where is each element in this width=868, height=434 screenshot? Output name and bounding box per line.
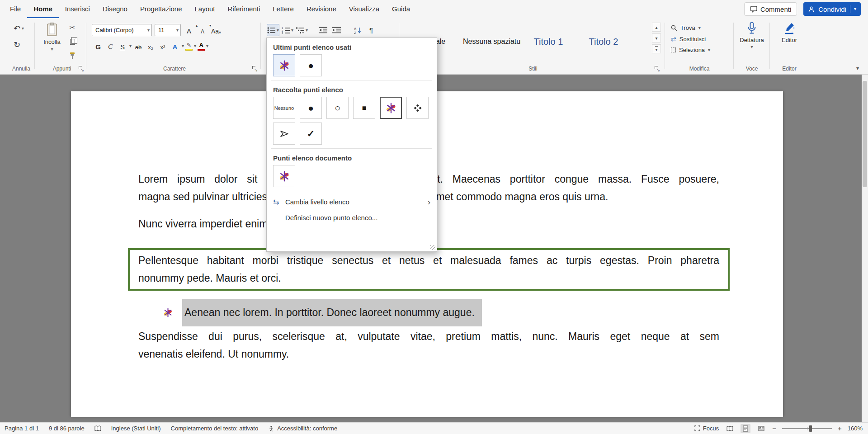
bullet-arrowhead[interactable]	[273, 123, 295, 145]
scrollbar-thumb[interactable]	[863, 81, 867, 187]
chevron-down-icon[interactable]: ▾	[51, 47, 53, 52]
bullets-button[interactable]: ▾	[267, 24, 279, 36]
tab-inserisci[interactable]: Inserisci	[59, 0, 96, 18]
accessibility-status[interactable]: Accessibilità: conforme	[268, 425, 337, 432]
italic-button[interactable]: C	[105, 40, 116, 52]
tab-disegno[interactable]: Disegno	[96, 0, 134, 18]
recent-bullet-custom[interactable]	[273, 54, 295, 76]
decrease-indent-button[interactable]	[317, 24, 329, 36]
bullet-custom-selected[interactable]	[380, 97, 402, 119]
zoom-level-button[interactable]: 160%	[848, 425, 863, 432]
gallery-more-icon: ▾	[655, 46, 657, 52]
superscript-button[interactable]: x²	[157, 40, 168, 52]
style-nessuna-spaziatura[interactable]: Nessuna spaziatura	[458, 23, 521, 60]
square-icon: ■	[362, 104, 367, 112]
tab-layout[interactable]: Layout	[189, 0, 222, 18]
increase-indent-button[interactable]	[331, 24, 343, 36]
paste-button[interactable]: Incolla ▾	[41, 22, 63, 62]
font-size-combobox[interactable]: 11 ▾	[155, 24, 181, 36]
clipboard-dialog-launcher[interactable]	[78, 66, 84, 71]
style-titolo-2[interactable]: Titolo 2	[576, 23, 631, 60]
tab-progettazione[interactable]: Progettazione	[134, 0, 189, 18]
bullet-checkmark[interactable]: ✓	[300, 123, 322, 145]
change-list-level-item[interactable]: ⇆ Cambia livello elenco ›	[267, 194, 437, 210]
redo-button[interactable]: ↻	[14, 40, 20, 50]
page-number-status[interactable]: Pagina 1 di 1	[5, 425, 39, 432]
gallery-up-button[interactable]: ▴	[652, 23, 661, 32]
tab-file[interactable]: File	[4, 0, 27, 18]
chevron-down-icon[interactable]: ▾	[182, 44, 184, 48]
subscript-button[interactable]: x₂	[145, 40, 156, 52]
font-color-button[interactable]: A	[198, 40, 205, 52]
comments-button[interactable]: Commenti	[744, 2, 797, 16]
copy-button[interactable]	[68, 38, 77, 46]
show-formatting-button[interactable]: ¶	[365, 24, 377, 36]
chevron-down-icon: ▾	[147, 28, 150, 33]
chevron-down-icon[interactable]: ▾	[22, 26, 24, 31]
paragraph-suspendisse[interactable]: Suspendisse dui purus, scelerisque at, v…	[138, 328, 719, 363]
bold-button[interactable]: G	[93, 40, 104, 52]
language-status[interactable]: Inglese (Stati Uniti)	[111, 425, 161, 432]
underline-button[interactable]: S	[117, 40, 128, 52]
chevron-down-icon[interactable]: ▾	[194, 44, 196, 48]
zoom-slider-thumb[interactable]	[809, 425, 812, 432]
chevron-down-icon[interactable]: ▾	[129, 44, 132, 48]
editor-button[interactable]: Editor	[770, 22, 808, 43]
share-button[interactable]: Condividi ▾	[803, 2, 861, 16]
tab-riferimenti[interactable]: Riferimenti	[222, 0, 267, 18]
tab-home[interactable]: Home	[27, 0, 59, 18]
bullet-solid-dot[interactable]: ●	[300, 97, 322, 119]
text-effects-button[interactable]: A	[170, 40, 180, 52]
paragraph-bulleted-selected[interactable]: Aenean nec lorem. In porttitor. Donec la…	[138, 299, 719, 326]
undo-button[interactable]: ↶ ▾	[14, 24, 24, 33]
selected-text[interactable]: Aenean nec lorem. In porttitor. Donec la…	[182, 299, 482, 326]
resize-grip[interactable]	[430, 245, 435, 250]
read-mode-button[interactable]	[725, 424, 735, 433]
bullet-four-diamonds[interactable]	[406, 97, 429, 119]
collapse-ribbon-button[interactable]: ▾	[856, 65, 859, 71]
gallery-more-button[interactable]: ▾	[652, 44, 661, 53]
find-button[interactable]: Trova ▾	[671, 24, 710, 31]
replace-button[interactable]: ⇄ Sostituisci	[671, 35, 710, 42]
web-layout-button[interactable]	[756, 424, 766, 433]
tab-lettere[interactable]: Lettere	[266, 0, 300, 18]
proofing-status[interactable]	[94, 425, 101, 431]
grow-font-button[interactable]: A▴	[184, 24, 194, 36]
dictate-button[interactable]: Dettatura ▾	[736, 22, 768, 49]
print-layout-button[interactable]	[741, 424, 750, 433]
change-case-button[interactable]: Aa▾	[211, 24, 222, 36]
word-count-status[interactable]: 9 di 86 parole	[49, 425, 85, 432]
chevron-down-icon[interactable]: ▾	[206, 44, 208, 48]
text-completion-status[interactable]: Completamento del testo: attivato	[171, 425, 259, 432]
bullet-square[interactable]: ■	[353, 97, 375, 119]
format-painter-button[interactable]	[68, 52, 77, 60]
shrink-font-button[interactable]: A▾	[197, 24, 208, 36]
document-bullet-custom[interactable]	[273, 165, 295, 187]
cut-button[interactable]: ✂	[68, 24, 77, 32]
define-new-bullet-item[interactable]: Definisci nuovo punto elenco...	[267, 210, 437, 226]
gallery-down-button[interactable]: ▾	[652, 33, 661, 42]
font-name-combobox[interactable]: Calibri (Corpo) ▾	[92, 24, 152, 36]
styles-dialog-launcher[interactable]	[654, 66, 660, 71]
tab-guida[interactable]: Guida	[386, 0, 416, 18]
tab-visualizza[interactable]: Visualizza	[343, 0, 386, 18]
zoom-slider[interactable]	[782, 428, 832, 429]
recent-bullet-solid[interactable]: ●	[300, 54, 322, 76]
strikethrough-button[interactable]: ab	[133, 40, 144, 52]
bullet-none[interactable]: Nessuno	[273, 97, 295, 119]
multilevel-list-button[interactable]: ▾	[296, 24, 308, 36]
chevron-down-icon[interactable]: ▾	[854, 7, 856, 11]
highlight-button[interactable]: ✎	[185, 40, 193, 52]
sort-button[interactable]: AZ	[352, 24, 363, 36]
focus-mode-button[interactable]: Focus	[694, 425, 719, 432]
style-titolo-1[interactable]: Titolo 1	[521, 23, 576, 60]
font-dialog-launcher[interactable]	[252, 66, 258, 71]
tab-revisione[interactable]: Revisione	[300, 0, 343, 18]
paragraph-bordered[interactable]: Pellentesque habitant morbi tristique se…	[128, 248, 730, 291]
select-button[interactable]: Seleziona ▾	[671, 47, 710, 53]
numbering-button[interactable]: 123 ▾	[281, 24, 294, 36]
vertical-scrollbar[interactable]	[862, 75, 868, 422]
zoom-out-button[interactable]: −	[772, 425, 776, 432]
bullet-hollow-circle[interactable]: ○	[326, 97, 349, 119]
zoom-in-button[interactable]: +	[838, 425, 842, 432]
